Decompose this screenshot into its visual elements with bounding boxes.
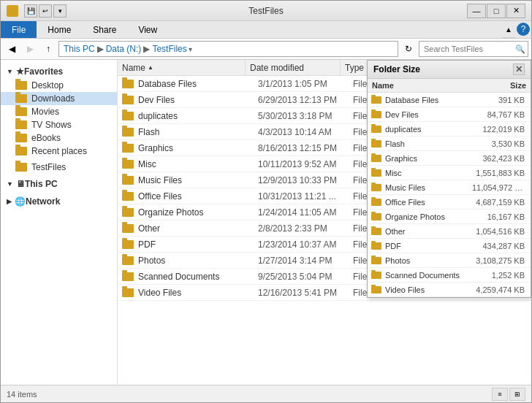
downloads-folder-icon [15,94,27,103]
popup-row[interactable]: Misc 1,551,883 KB [368,166,531,180]
file-cell-date: 6/29/2013 12:13 PM [255,95,350,105]
file-cell-name: PDF [138,239,255,250]
popup-cell-name: Database Files [385,96,472,104]
sidebar-item-downloads[interactable]: Downloads [1,92,117,105]
maximize-button[interactable]: □ [487,4,506,18]
status-item-count: 14 items [7,390,37,399]
quick-access-btn-1[interactable]: 💾 [24,4,37,18]
file-folder-icon [122,176,134,185]
ebooks-folder-icon [15,134,27,142]
popup-row[interactable]: Database Files 391 KB [368,93,531,107]
minimize-button[interactable]: — [467,4,486,18]
sidebar-item-testfiles[interactable]: TestFiles [1,161,117,174]
file-cell-date: 10/31/2013 11:21 ... [255,191,350,202]
up-button[interactable]: ↑ [40,41,56,57]
address-path[interactable]: This PC ▶ Data (N:) ▶ TestFiles ▾ [58,41,398,57]
folder-size-popup: Folder Size ✕ Name Size Database Files 3… [367,60,531,298]
popup-cell-size: 16,167 KB [472,212,531,221]
popup-cell-name: Photos [385,256,472,265]
sidebar-item-desktop[interactable]: Desktop [1,79,117,92]
popup-cell-name: Graphics [385,154,472,163]
search-wrap: 🔍 [419,41,528,57]
popup-folder-icon [371,272,381,279]
path-this-pc[interactable]: This PC [64,44,95,54]
popup-row[interactable]: Video Files 4,259,474 KB [368,283,531,297]
quick-access-btn-2[interactable]: ↩ [39,4,52,18]
favorites-header[interactable]: ▼ ★ Favorites [1,64,117,79]
title-bar: 💾 ↩ ▾ TestFiles — □ ✕ [1,1,531,21]
popup-row[interactable]: Flash 3,530 KB [368,137,531,151]
popup-row[interactable]: Office Files 4,687,159 KB [368,195,531,210]
sidebar-item-recent-places[interactable]: Recent places [1,145,117,158]
popup-folder-icon [371,169,381,177]
thispc-header[interactable]: ▼ 🖥 This PC [1,177,117,191]
col-header-name[interactable]: Name ▲ [118,60,246,75]
testfiles-folder-icon [15,163,27,172]
sidebar-item-ebooks[interactable]: eBooks [1,131,117,145]
sidebar-item-movies[interactable]: Movies [1,105,117,118]
file-folder-icon [122,240,134,249]
sidebar-item-tvshows[interactable]: TV Shows [1,118,117,131]
file-folder-icon [122,128,134,137]
back-button[interactable]: ◀ [4,41,20,57]
popup-folder-icon [371,228,381,235]
thispc-caret: ▼ [7,180,13,188]
sidebar-item-recent-label: Recent places [31,146,87,156]
popup-row[interactable]: Music Files 11,054,972 KB [368,180,531,195]
file-cell-date: 2/8/2013 2:33 PM [255,223,350,234]
popup-row[interactable]: Graphics 362,423 KB [368,151,531,166]
network-icon: 🌐 [15,196,26,207]
popup-folder-icon [371,257,381,264]
close-button[interactable]: ✕ [506,4,525,18]
refresh-button[interactable]: ↻ [400,41,417,57]
tab-share[interactable]: Share [82,21,127,38]
popup-row[interactable]: Dev Files 84,767 KB [368,107,531,122]
view-btn-details[interactable]: ≡ [492,388,508,401]
search-input[interactable] [419,41,528,57]
popup-row[interactable]: Scanned Documents 1,252 KB [368,268,531,283]
file-cell-name: duplicates [138,111,255,121]
tab-file[interactable]: File [1,21,37,38]
file-cell-name: Graphics [138,143,255,153]
window-controls: — □ ✕ [467,4,525,18]
testfiles-section: TestFiles [1,161,117,174]
path-dropdown-btn[interactable]: ▾ [189,45,192,53]
popup-row[interactable]: duplicates 122,019 KB [368,122,531,137]
popup-row[interactable]: Other 1,054,516 KB [368,224,531,239]
forward-button[interactable]: ▶ [22,41,38,57]
ribbon-collapse-btn[interactable]: ▲ [505,26,512,34]
tab-view[interactable]: View [127,21,168,38]
popup-folder-icon [371,96,381,104]
file-cell-date: 1/27/2014 3:14 PM [255,256,350,266]
popup-cell-name: Office Files [385,198,472,207]
popup-row[interactable]: Organize Photos 16,167 KB [368,210,531,224]
path-data-n[interactable]: Data (N:) [106,44,142,54]
sidebar-item-ebooks-label: eBooks [31,133,61,143]
file-cell-name: Photos [138,256,255,266]
view-btn-large-icons[interactable]: ⊞ [509,388,525,401]
col-header-date[interactable]: Date modified [246,60,341,75]
ribbon-help-btn[interactable]: ? [517,23,530,36]
popup-row[interactable]: Photos 3,108,275 KB [368,253,531,268]
tvshows-folder-icon [15,120,27,129]
quick-access-dropdown[interactable]: ▾ [53,4,66,18]
tab-home[interactable]: Home [37,21,82,38]
sidebar-item-movies-label: Movies [31,107,59,117]
quick-access-toolbar: 💾 ↩ ▾ [24,4,66,18]
popup-cell-name: Video Files [385,285,472,294]
favorites-section: ▼ ★ Favorites Desktop Downloads Movies T… [1,64,117,158]
sidebar-item-testfiles-label: TestFiles [31,162,66,172]
favorites-caret: ▼ [7,68,13,75]
popup-cell-size: 1,252 KB [472,271,531,280]
thispc-icon: 🖥 [16,179,25,189]
favorites-label: Favorites [24,66,63,77]
network-header[interactable]: ▶ 🌐 Network [1,194,117,209]
recent-places-folder-icon [15,147,27,156]
popup-cell-name: duplicates [385,125,472,134]
popup-close-button[interactable]: ✕ [513,64,525,75]
popup-cell-name: PDF [385,242,472,250]
network-section: ▶ 🌐 Network [1,194,117,209]
path-testfiles[interactable]: TestFiles [152,44,186,54]
ribbon: File Home Share View ▲ ? [1,21,531,39]
popup-row[interactable]: PDF 434,287 KB [368,239,531,253]
